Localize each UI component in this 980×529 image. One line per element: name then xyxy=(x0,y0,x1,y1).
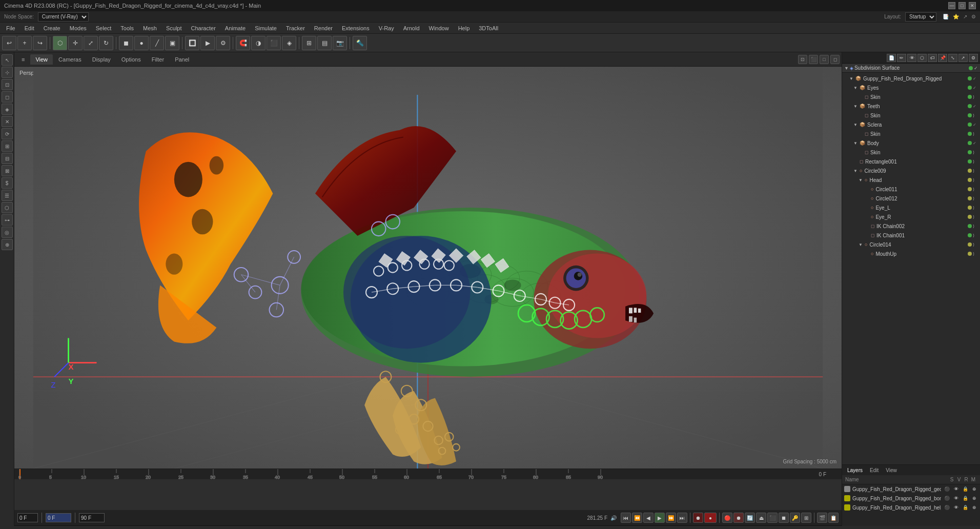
left-tool-1[interactable]: ↖ xyxy=(2,54,13,66)
menu-character[interactable]: Character xyxy=(187,24,220,32)
viewport[interactable]: Perspective Default Camera :* xyxy=(14,67,842,469)
tree-item-rect001[interactable]: ◻ Rectangle001 ⟩ xyxy=(842,157,980,166)
transport-icon4[interactable]: ⏏ xyxy=(756,513,766,523)
layer-v-bones[interactable]: 👁 xyxy=(952,496,959,501)
rp-icon-edit[interactable]: ✏ xyxy=(897,54,906,62)
start-frame-input[interactable] xyxy=(17,513,38,522)
left-tool-5[interactable]: ◈ xyxy=(2,104,13,115)
menu-extensions[interactable]: Extensions xyxy=(338,24,374,32)
tab-layers[interactable]: Layers xyxy=(844,466,866,474)
menu-mesh[interactable]: Mesh xyxy=(139,24,161,32)
tree-item-skin1[interactable]: ◻ Skin ⟩ xyxy=(842,92,980,101)
left-tool-7[interactable]: ⟳ xyxy=(2,128,13,139)
tab-panel[interactable]: Panel xyxy=(170,54,194,65)
rp-icon-4[interactable]: ⤡ xyxy=(948,54,957,62)
tab-menu[interactable]: ≡ xyxy=(16,54,30,65)
tab-options[interactable]: Options xyxy=(116,54,146,65)
texture-button[interactable]: ⬛ xyxy=(267,36,281,50)
layer-v-geometry[interactable]: 👁 xyxy=(952,486,959,492)
material-button[interactable]: ◑ xyxy=(251,36,266,50)
layer-s-bones[interactable]: ⚫ xyxy=(943,496,950,501)
tree-item-eye-r[interactable]: ○ Eye_R ⟩ xyxy=(842,212,980,221)
rp-icon-tag[interactable]: 🏷 xyxy=(928,54,937,62)
camera-button[interactable]: 📷 xyxy=(333,36,347,50)
layout-select[interactable]: Startup xyxy=(905,12,936,22)
rotate-button[interactable]: ↻ xyxy=(99,36,113,50)
viewport-icon1[interactable]: ⊡ xyxy=(798,55,807,64)
tab-filter[interactable]: Filter xyxy=(147,54,169,65)
menu-file[interactable]: File xyxy=(2,24,19,32)
transport-icon10[interactable]: 📋 xyxy=(828,513,839,523)
layer-m-helpers[interactable]: ⊕ xyxy=(971,505,978,510)
tree-item-circle012[interactable]: ○ Circle012 ⟩ xyxy=(842,194,980,203)
tab-view[interactable]: View xyxy=(30,54,53,65)
left-tool-16[interactable]: ⊕ xyxy=(2,239,13,250)
polygon-mode-button[interactable]: ▣ xyxy=(165,36,179,50)
rp-icon-view[interactable]: 👁 xyxy=(907,54,916,62)
live-select-button[interactable]: ⬡ xyxy=(53,36,67,50)
menu-select[interactable]: Select xyxy=(92,24,116,32)
nodespace-select[interactable]: Current (V-Ray) xyxy=(38,12,89,22)
rp-icon-obj[interactable]: ⬡ xyxy=(917,54,927,62)
menu-simulate[interactable]: Simulate xyxy=(251,24,281,32)
scene-tree[interactable]: ▼ 📦 Guppy_Fish_Red_Dragon_Rigged ✓ ▼ 📦 E… xyxy=(842,73,980,464)
close-button[interactable]: ✕ xyxy=(969,2,976,9)
shading-button[interactable]: ◈ xyxy=(282,36,296,50)
left-tool-9[interactable]: ⊟ xyxy=(2,153,13,164)
menu-sculpt[interactable]: Sculpt xyxy=(162,24,186,32)
layer-m-bones[interactable]: ⊕ xyxy=(971,496,978,501)
transport-icon1[interactable]: 🔴 xyxy=(722,513,732,523)
left-tool-14[interactable]: ⊶ xyxy=(2,214,13,226)
menu-edit[interactable]: Edit xyxy=(21,24,38,32)
minimize-button[interactable]: — xyxy=(948,2,955,9)
tree-item-circle014[interactable]: ▼ ○ Circle014 ⟩ xyxy=(842,240,980,249)
timeline-track[interactable] xyxy=(14,479,842,510)
menu-tracker[interactable]: Tracker xyxy=(282,24,309,32)
left-tool-15[interactable]: ◎ xyxy=(2,227,13,238)
menu-arnold[interactable]: Arnold xyxy=(399,24,424,32)
transport-icon2[interactable]: ⏺ xyxy=(733,513,744,523)
current-frame-input[interactable] xyxy=(46,513,71,522)
render-region-button[interactable]: 🔳 xyxy=(185,36,199,50)
scale-button[interactable]: ⤢ xyxy=(84,36,98,50)
layer-m-geometry[interactable]: ⊕ xyxy=(971,486,978,492)
menu-3dtoall[interactable]: 3DToAll xyxy=(475,24,502,32)
left-tool-11[interactable]: $ xyxy=(2,177,13,189)
goto-end-button[interactable]: ⏭ xyxy=(677,513,687,523)
layer-s-geometry[interactable]: ⚫ xyxy=(943,486,950,492)
add-button[interactable]: + xyxy=(17,36,32,50)
tree-item-ik002[interactable]: ◻ IK Chain002 ⟩ xyxy=(842,221,980,231)
view-grid-button[interactable]: ⊞ xyxy=(302,36,316,50)
tab-layers-edit[interactable]: Edit xyxy=(867,466,882,474)
move-button[interactable]: ✛ xyxy=(68,36,83,50)
transport-icon7[interactable]: 🔑 xyxy=(790,513,800,523)
left-tool-13[interactable]: ⬡ xyxy=(2,202,13,213)
tab-layers-view[interactable]: View xyxy=(883,466,900,474)
layer-s-helpers[interactable]: ⚫ xyxy=(943,505,950,510)
rp-icon-file[interactable]: 📄 xyxy=(887,54,896,62)
left-tool-12[interactable]: ☰ xyxy=(2,190,13,201)
layer-row-bones[interactable]: Guppy_Fish_Red_Dragon_Rigged_bones ⚫ 👁 🔒… xyxy=(842,494,980,503)
rp-icon-5[interactable]: ↗ xyxy=(958,54,968,62)
menu-create[interactable]: Create xyxy=(39,24,65,32)
left-tool-8[interactable]: ⊞ xyxy=(2,140,13,152)
end-frame-input[interactable] xyxy=(79,513,105,522)
tree-item-mouthup[interactable]: ○ MouthUp ⟩ xyxy=(842,249,980,258)
redo-button[interactable]: ↪ xyxy=(33,36,47,50)
left-tool-3[interactable]: ⊡ xyxy=(2,79,13,90)
tree-item-skin4[interactable]: ◻ Skin ⟩ xyxy=(842,148,980,157)
edges-mode-button[interactable]: ╱ xyxy=(150,36,164,50)
layer-row-geometry[interactable]: Guppy_Fish_Red_Dragon_Rigged_geomet... ⚫… xyxy=(842,484,980,494)
goto-start-button[interactable]: ⏮ xyxy=(621,513,631,523)
left-tool-2[interactable]: ⊹ xyxy=(2,67,13,78)
tab-display[interactable]: Display xyxy=(87,54,116,65)
tree-item-guppy[interactable]: ▼ 📦 Guppy_Fish_Red_Dragon_Rigged ✓ xyxy=(842,74,980,83)
layer-r-geometry[interactable]: 🔒 xyxy=(962,486,969,492)
tree-item-sclera[interactable]: ▼ 📦 Sclera ✓ xyxy=(842,120,980,129)
object-mode-button[interactable]: ◼ xyxy=(119,36,133,50)
layer-v-helpers[interactable]: 👁 xyxy=(952,505,959,510)
undo-button[interactable]: ↩ xyxy=(2,36,16,50)
transport-icon6[interactable]: ⏹ xyxy=(779,513,789,523)
viewport-icon3[interactable]: □ xyxy=(820,55,829,64)
deform-button[interactable]: 🔦 xyxy=(353,36,367,50)
